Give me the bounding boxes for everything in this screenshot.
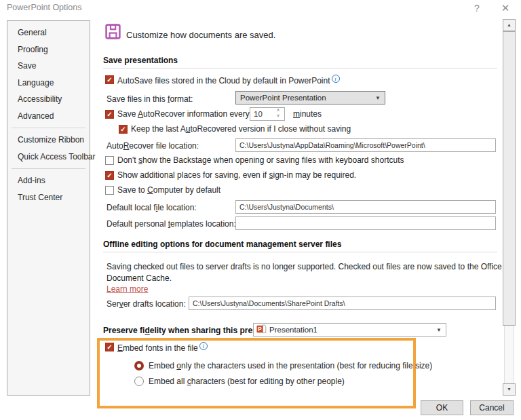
sidebar-item-save[interactable]: Save — [7, 58, 90, 75]
ok-button[interactable]: OK — [421, 400, 463, 415]
save-to-computer-label: Save to Computer by default — [117, 185, 220, 195]
powerpoint-file-icon: P — [256, 324, 267, 337]
default-local-label: Default local file location: — [107, 203, 197, 212]
help-icon[interactable]: ? — [469, 1, 484, 15]
sidebar-item-language[interactable]: Language — [7, 75, 90, 92]
powerpoint-options-dialog: PowerPoint Options ? ✕ General Proofing … — [0, 0, 521, 420]
embed-fonts-text: Embed fonts in the file — [117, 343, 198, 353]
save-format-value: PowerPoint Presentation — [240, 94, 326, 102]
info-icon[interactable] — [199, 342, 208, 350]
offline-paragraph-line2: Document Cache. — [107, 273, 172, 283]
section-divider — [103, 252, 497, 252]
dont-show-backstage-checkbox[interactable] — [105, 156, 114, 165]
scroll-up-icon[interactable]: ▲ — [503, 19, 516, 31]
options-nav-sidebar: General Proofing Save Language Accessibi… — [7, 20, 90, 396]
section-title-offline-editing: Offline editing options for document man… — [103, 240, 341, 249]
dialog-title: PowerPoint Options — [7, 3, 81, 12]
minutes-label: minutes — [293, 109, 322, 119]
close-icon[interactable]: ✕ — [498, 1, 513, 15]
autosave-cloud-checkbox[interactable] — [105, 75, 114, 84]
sidebar-item-customize-ribbon[interactable]: Customize Ribbon — [7, 132, 90, 149]
spinner-arrows-icon[interactable]: ˄˅ — [274, 108, 282, 120]
embed-all-characters-radio[interactable] — [134, 377, 144, 386]
sidebar-item-proofing[interactable]: Proofing — [7, 41, 90, 58]
embed-fonts-checkbox[interactable] — [105, 343, 114, 351]
sidebar-item-trust-center[interactable]: Trust Center — [7, 189, 90, 206]
cancel-button[interactable]: Cancel — [470, 400, 514, 415]
scrollbar-thumb[interactable] — [503, 31, 516, 326]
embed-only-used-radio[interactable] — [134, 361, 144, 370]
svg-text:P: P — [258, 326, 262, 332]
sidebar-item-quick-access-toolbar[interactable]: Quick Access Toolbar — [7, 149, 90, 166]
autorecover-minutes-spinner[interactable]: 10 ˄˅ — [250, 107, 285, 121]
sidebar-item-advanced[interactable]: Advanced — [7, 108, 90, 125]
spinner-value: 10 — [254, 110, 263, 118]
default-templates-field[interactable] — [235, 216, 496, 230]
sidebar-item-add-ins[interactable]: Add-ins — [7, 172, 90, 189]
show-additional-places-checkbox[interactable] — [105, 171, 114, 180]
section-title-save-presentations: Save presentations — [103, 56, 178, 65]
autorecover-every-checkbox[interactable] — [105, 110, 114, 119]
preserve-fidelity-value: Presentation1 — [269, 326, 317, 334]
intro-text: Customize how documents are saved. — [126, 30, 275, 40]
info-icon[interactable] — [332, 75, 340, 83]
offline-paragraph-line1: Saving checked out files to server draft… — [107, 262, 502, 271]
keep-last-autorecovered-checkbox[interactable] — [119, 125, 128, 134]
sidebar-divider — [12, 168, 85, 169]
default-templates-label: Default personal templates location: — [107, 219, 236, 229]
sidebar-item-accessibility[interactable]: Accessibility — [7, 91, 90, 108]
embed-only-used-label: Embed only the characters used in the pr… — [149, 361, 432, 370]
save-to-computer-checkbox[interactable] — [105, 186, 114, 195]
save-floppy-icon — [105, 24, 121, 42]
learn-more-link[interactable]: Learn more — [107, 284, 148, 294]
save-format-dropdown[interactable]: PowerPoint Presentation ▼ — [235, 91, 385, 104]
autorecover-every-label: Save AutoRecover information every — [117, 109, 250, 119]
show-additional-places-label: Show additional places for saving, even … — [117, 170, 356, 180]
server-drafts-field[interactable]: C:\Users\Justyna\Documents\SharePoint Dr… — [189, 297, 496, 310]
chevron-down-icon: ▼ — [375, 92, 381, 104]
scroll-down-icon[interactable]: ▼ — [503, 383, 516, 396]
preserve-fidelity-dropdown[interactable]: P Presentation1 ▼ — [253, 323, 446, 337]
sidebar-divider — [12, 128, 85, 128]
section-divider — [103, 68, 497, 69]
save-format-label: Save files in this format: — [107, 94, 193, 104]
autorecover-location-field[interactable]: C:\Users\Justyna\AppData\Roaming\Microso… — [235, 138, 496, 152]
vertical-scrollbar: ▲ ▼ — [503, 19, 516, 396]
autosave-cloud-label: AutoSave files stored in the Cloud by de… — [117, 75, 340, 85]
keep-last-autorecovered-label: Keep the last AutoRecovered version if I… — [131, 124, 351, 134]
embed-fonts-label: Embed fonts in the file — [117, 342, 208, 353]
embed-all-characters-label: Embed all characters (best for editing b… — [149, 377, 345, 386]
default-local-field[interactable]: C:\Users\Justyna\Documents\ — [235, 200, 496, 214]
autosave-cloud-text: AutoSave files stored in the Cloud by de… — [117, 76, 330, 85]
sidebar-item-general[interactable]: General — [7, 24, 90, 41]
chevron-down-icon: ▼ — [436, 324, 442, 337]
server-drafts-label: Server drafts location: — [107, 299, 186, 309]
dont-show-backstage-label: Don't show the Backstage when opening or… — [117, 155, 404, 165]
autorecover-location-label: AutoRecover file location: — [107, 141, 199, 151]
